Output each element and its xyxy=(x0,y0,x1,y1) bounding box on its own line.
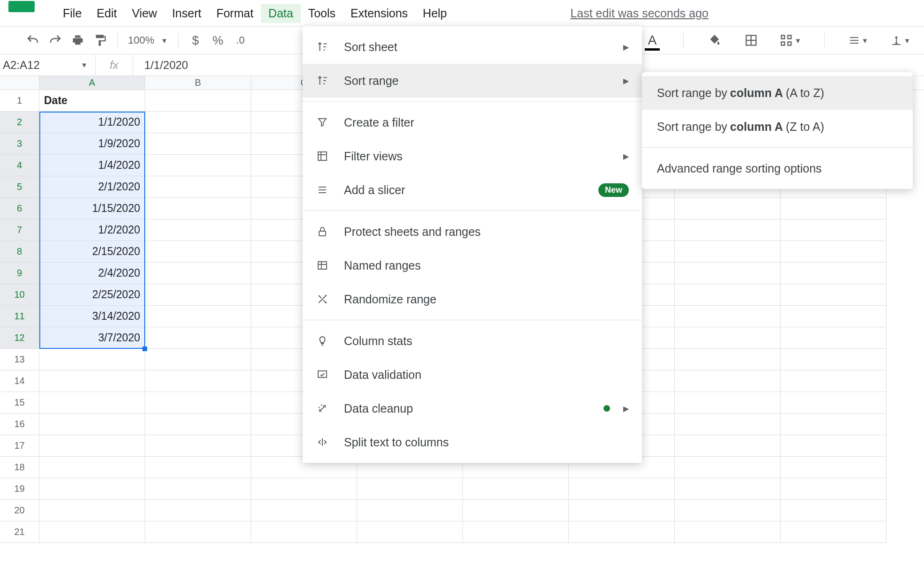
row-header-14[interactable]: 14 xyxy=(0,370,39,392)
row-header-12[interactable]: 12 xyxy=(0,327,39,349)
undo-icon[interactable] xyxy=(22,29,44,52)
menu-column-stats[interactable]: Column stats xyxy=(303,324,642,358)
cell[interactable] xyxy=(675,435,781,456)
last-edit-link[interactable]: Last edit was seconds ago xyxy=(570,7,708,20)
cell[interactable] xyxy=(145,392,251,413)
cell[interactable] xyxy=(145,176,251,197)
cell[interactable]: Date xyxy=(39,90,145,111)
cell[interactable] xyxy=(675,457,781,478)
cell[interactable] xyxy=(145,284,251,305)
cell[interactable] xyxy=(463,500,569,521)
cell[interactable]: 2/25/2020 xyxy=(39,284,145,305)
cell[interactable] xyxy=(781,349,887,370)
cell[interactable] xyxy=(675,327,781,348)
cell[interactable] xyxy=(781,435,887,456)
cell[interactable]: 1/2/2020 xyxy=(39,219,145,241)
cell[interactable] xyxy=(675,370,781,392)
menu-extensions[interactable]: Extensions xyxy=(343,4,415,23)
row-header-4[interactable]: 4 xyxy=(0,155,39,176)
decimal-icon[interactable]: .0 xyxy=(229,29,252,52)
cell[interactable] xyxy=(781,198,887,219)
cell[interactable] xyxy=(39,521,145,542)
menu-tools[interactable]: Tools xyxy=(301,4,343,23)
cell[interactable] xyxy=(145,198,251,219)
cell[interactable] xyxy=(145,457,251,478)
cell[interactable]: 1/4/2020 xyxy=(39,155,145,176)
selection-handle[interactable] xyxy=(142,346,147,351)
cell[interactable]: 3/14/2020 xyxy=(39,306,145,327)
cell[interactable] xyxy=(781,414,887,435)
cell[interactable] xyxy=(781,392,887,413)
row-header-19[interactable]: 19 xyxy=(0,478,39,500)
menu-file[interactable]: File xyxy=(55,4,89,23)
menu-edit[interactable]: Edit xyxy=(89,4,124,23)
menu-data-validation[interactable]: Data validation xyxy=(303,358,642,392)
cell[interactable] xyxy=(145,370,251,392)
cell[interactable] xyxy=(675,198,781,219)
cell[interactable] xyxy=(145,306,251,327)
cell[interactable] xyxy=(145,414,251,435)
row-header-15[interactable]: 15 xyxy=(0,392,39,414)
cell[interactable] xyxy=(675,478,781,499)
menu-insert[interactable]: Insert xyxy=(164,4,209,23)
cell[interactable] xyxy=(145,219,251,241)
cell[interactable] xyxy=(39,370,145,392)
cell[interactable] xyxy=(675,500,781,521)
menu-split-text[interactable]: Split text to columns xyxy=(303,425,642,459)
cell[interactable]: 2/4/2020 xyxy=(39,263,145,284)
cell[interactable] xyxy=(39,457,145,478)
cell[interactable] xyxy=(781,327,887,348)
cell[interactable] xyxy=(145,521,251,542)
cell[interactable]: 3/7/2020 xyxy=(39,327,145,348)
cell[interactable] xyxy=(145,155,251,176)
cell[interactable] xyxy=(145,90,251,111)
cell[interactable] xyxy=(357,521,463,542)
col-header-B[interactable]: B xyxy=(145,76,251,90)
row-header-20[interactable]: 20 xyxy=(0,500,39,521)
menu-sort-sheet[interactable]: Sort sheet ▶ xyxy=(303,30,642,64)
formula-input[interactable]: 1/1/2020 xyxy=(133,59,188,72)
row-header-5[interactable]: 5 xyxy=(0,176,39,198)
cell[interactable] xyxy=(145,500,251,521)
cell[interactable] xyxy=(675,414,781,435)
cell[interactable] xyxy=(781,478,887,499)
cell[interactable] xyxy=(675,392,781,413)
cell[interactable] xyxy=(251,478,357,499)
row-header-11[interactable]: 11 xyxy=(0,306,39,327)
cell[interactable] xyxy=(675,219,781,241)
row-header-10[interactable]: 10 xyxy=(0,284,39,306)
submenu-sort-az[interactable]: Sort range by column A (A to Z) xyxy=(642,76,913,110)
cell[interactable] xyxy=(675,521,781,542)
cell[interactable] xyxy=(145,435,251,456)
cell[interactable] xyxy=(675,306,781,327)
cell[interactable] xyxy=(675,284,781,305)
cell[interactable]: 1/1/2020 xyxy=(39,112,145,133)
valign-icon[interactable]: ▼ xyxy=(887,29,915,52)
cell[interactable]: 1/15/2020 xyxy=(39,198,145,219)
cell[interactable] xyxy=(675,349,781,370)
cell[interactable] xyxy=(569,478,675,499)
cell[interactable] xyxy=(145,327,251,348)
cell[interactable] xyxy=(781,306,887,327)
row-header-1[interactable]: 1 xyxy=(0,90,39,112)
select-all-corner[interactable] xyxy=(0,76,39,90)
fill-color-icon[interactable] xyxy=(703,29,726,52)
cell[interactable] xyxy=(569,521,675,542)
menu-protect[interactable]: Protect sheets and ranges xyxy=(303,215,642,249)
currency-icon[interactable]: $ xyxy=(184,29,207,52)
cell[interactable] xyxy=(781,521,887,542)
cell[interactable] xyxy=(781,370,887,392)
name-box[interactable]: A2:A12▼ xyxy=(0,54,96,76)
cell[interactable] xyxy=(357,500,463,521)
row-header-6[interactable]: 6 xyxy=(0,198,39,219)
print-icon[interactable] xyxy=(67,29,89,52)
cell[interactable] xyxy=(781,284,887,305)
cell[interactable] xyxy=(357,478,463,499)
cell[interactable] xyxy=(145,349,251,370)
cell[interactable]: 2/1/2020 xyxy=(39,176,145,197)
cell[interactable] xyxy=(145,478,251,499)
cell[interactable] xyxy=(251,500,357,521)
borders-icon[interactable] xyxy=(740,29,762,52)
row-header-2[interactable]: 2 xyxy=(0,112,39,133)
row-header-3[interactable]: 3 xyxy=(0,133,39,155)
